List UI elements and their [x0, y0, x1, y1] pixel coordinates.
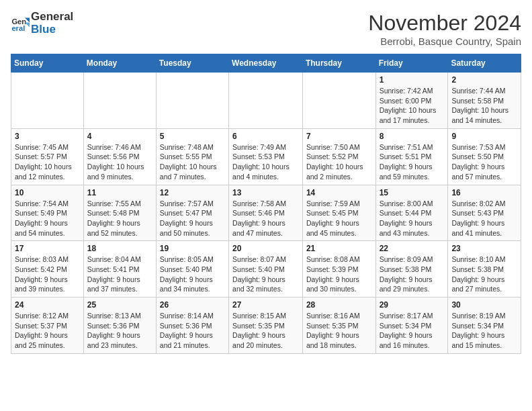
day-number: 11: [87, 188, 152, 197]
day-cell: 21Sunrise: 8:08 AM Sunset: 5:39 PM Dayli…: [302, 241, 375, 298]
day-info: Sunrise: 8:12 AM Sunset: 5:37 PM Dayligh…: [15, 311, 80, 351]
header-tuesday: Tuesday: [156, 54, 228, 73]
day-cell: 24Sunrise: 8:12 AM Sunset: 5:37 PM Dayli…: [11, 298, 84, 354]
day-info: Sunrise: 8:00 AM Sunset: 5:44 PM Dayligh…: [380, 199, 445, 238]
week-row-3: 17Sunrise: 8:03 AM Sunset: 5:42 PM Dayli…: [11, 241, 521, 298]
day-info: Sunrise: 8:19 AM Sunset: 5:34 PM Dayligh…: [451, 311, 517, 351]
day-number: 3: [15, 132, 80, 141]
day-number: 7: [306, 132, 372, 141]
day-cell: 28Sunrise: 8:16 AM Sunset: 5:35 PM Dayli…: [302, 298, 375, 354]
day-cell: 14Sunrise: 7:59 AM Sunset: 5:45 PM Dayli…: [302, 185, 375, 241]
header-thursday: Thursday: [302, 54, 375, 73]
day-info: Sunrise: 7:53 AM Sunset: 5:50 PM Dayligh…: [451, 142, 517, 182]
header-friday: Friday: [375, 54, 448, 73]
day-info: Sunrise: 8:09 AM Sunset: 5:38 PM Dayligh…: [380, 255, 445, 294]
week-row-2: 10Sunrise: 7:54 AM Sunset: 5:49 PM Dayli…: [11, 185, 521, 241]
day-info: Sunrise: 7:50 AM Sunset: 5:52 PM Dayligh…: [306, 142, 372, 182]
day-info: Sunrise: 8:02 AM Sunset: 5:43 PM Dayligh…: [451, 199, 517, 238]
day-number: 16: [451, 188, 517, 197]
day-cell: 15Sunrise: 8:00 AM Sunset: 5:44 PM Dayli…: [375, 185, 448, 241]
day-cell: 20Sunrise: 8:07 AM Sunset: 5:40 PM Dayli…: [229, 241, 303, 298]
day-info: Sunrise: 7:51 AM Sunset: 5:51 PM Dayligh…: [380, 142, 445, 182]
day-info: Sunrise: 7:42 AM Sunset: 6:00 PM Dayligh…: [380, 86, 445, 126]
day-number: 13: [232, 188, 299, 197]
header-wednesday: Wednesday: [229, 54, 303, 73]
day-cell: [83, 73, 156, 129]
day-cell: 10Sunrise: 7:54 AM Sunset: 5:49 PM Dayli…: [11, 185, 84, 241]
day-number: 20: [232, 244, 299, 253]
month-title: November 2024: [368, 11, 521, 36]
day-number: 24: [15, 300, 80, 310]
day-number: 28: [306, 300, 372, 310]
day-cell: 3Sunrise: 7:45 AM Sunset: 5:57 PM Daylig…: [11, 128, 84, 185]
day-number: 26: [160, 300, 225, 310]
day-number: 23: [451, 244, 517, 253]
day-info: Sunrise: 8:05 AM Sunset: 5:40 PM Dayligh…: [160, 255, 225, 294]
day-cell: 5Sunrise: 7:48 AM Sunset: 5:55 PM Daylig…: [156, 128, 228, 185]
day-number: 8: [380, 132, 445, 141]
day-number: 21: [306, 244, 372, 253]
day-info: Sunrise: 7:48 AM Sunset: 5:55 PM Dayligh…: [160, 142, 225, 182]
page-header: Gen eral General Blue November 2024 Berr…: [11, 11, 521, 47]
day-cell: 17Sunrise: 8:03 AM Sunset: 5:42 PM Dayli…: [11, 241, 84, 298]
day-cell: 19Sunrise: 8:05 AM Sunset: 5:40 PM Dayli…: [156, 241, 228, 298]
day-info: Sunrise: 8:13 AM Sunset: 5:36 PM Dayligh…: [87, 311, 152, 351]
day-number: 4: [87, 132, 152, 141]
day-cell: 6Sunrise: 7:49 AM Sunset: 5:53 PM Daylig…: [229, 128, 303, 185]
day-cell: 25Sunrise: 8:13 AM Sunset: 5:36 PM Dayli…: [83, 298, 156, 354]
day-info: Sunrise: 7:59 AM Sunset: 5:45 PM Dayligh…: [306, 199, 372, 238]
day-number: 22: [380, 244, 445, 253]
day-number: 30: [451, 300, 517, 310]
day-number: 17: [15, 244, 80, 253]
day-number: 19: [160, 244, 225, 253]
day-info: Sunrise: 8:17 AM Sunset: 5:34 PM Dayligh…: [380, 311, 445, 351]
day-info: Sunrise: 7:45 AM Sunset: 5:57 PM Dayligh…: [15, 142, 80, 182]
day-number: 6: [232, 132, 299, 141]
day-info: Sunrise: 8:15 AM Sunset: 5:35 PM Dayligh…: [232, 311, 299, 351]
day-info: Sunrise: 8:10 AM Sunset: 5:38 PM Dayligh…: [451, 255, 517, 294]
day-cell: [229, 73, 303, 129]
day-number: 9: [451, 132, 517, 141]
day-cell: 12Sunrise: 7:57 AM Sunset: 5:47 PM Dayli…: [156, 185, 228, 241]
day-cell: 8Sunrise: 7:51 AM Sunset: 5:51 PM Daylig…: [375, 128, 448, 185]
day-cell: 26Sunrise: 8:14 AM Sunset: 5:36 PM Dayli…: [156, 298, 228, 354]
day-number: 2: [451, 75, 517, 85]
day-cell: 2Sunrise: 7:44 AM Sunset: 5:58 PM Daylig…: [448, 73, 521, 129]
day-number: 15: [380, 188, 445, 197]
day-cell: 13Sunrise: 7:58 AM Sunset: 5:46 PM Dayli…: [229, 185, 303, 241]
day-info: Sunrise: 7:57 AM Sunset: 5:47 PM Dayligh…: [160, 199, 225, 238]
day-number: 25: [87, 300, 152, 310]
day-info: Sunrise: 8:07 AM Sunset: 5:40 PM Dayligh…: [232, 255, 299, 294]
day-cell: 29Sunrise: 8:17 AM Sunset: 5:34 PM Dayli…: [375, 298, 448, 354]
day-info: Sunrise: 7:54 AM Sunset: 5:49 PM Dayligh…: [15, 199, 80, 238]
day-cell: 1Sunrise: 7:42 AM Sunset: 6:00 PM Daylig…: [375, 73, 448, 129]
day-cell: [11, 73, 84, 129]
day-cell: 30Sunrise: 8:19 AM Sunset: 5:34 PM Dayli…: [448, 298, 521, 354]
calendar-header-row: SundayMondayTuesdayWednesdayThursdayFrid…: [11, 54, 521, 73]
header-monday: Monday: [83, 54, 156, 73]
day-cell: [156, 73, 228, 129]
day-info: Sunrise: 7:55 AM Sunset: 5:48 PM Dayligh…: [87, 199, 152, 238]
day-info: Sunrise: 8:08 AM Sunset: 5:39 PM Dayligh…: [306, 255, 372, 294]
week-row-4: 24Sunrise: 8:12 AM Sunset: 5:37 PM Dayli…: [11, 298, 521, 354]
subtitle: Berrobi, Basque Country, Spain: [368, 36, 521, 47]
calendar-body: 1Sunrise: 7:42 AM Sunset: 6:00 PM Daylig…: [11, 73, 521, 354]
logo: Gen eral General Blue: [11, 11, 73, 36]
day-info: Sunrise: 7:46 AM Sunset: 5:56 PM Dayligh…: [87, 142, 152, 182]
title-area: November 2024 Berrobi, Basque Country, S…: [368, 11, 521, 47]
day-info: Sunrise: 8:04 AM Sunset: 5:41 PM Dayligh…: [87, 255, 152, 294]
day-info: Sunrise: 8:03 AM Sunset: 5:42 PM Dayligh…: [15, 255, 80, 294]
day-cell: 16Sunrise: 8:02 AM Sunset: 5:43 PM Dayli…: [448, 185, 521, 241]
day-number: 1: [380, 75, 445, 85]
day-info: Sunrise: 7:49 AM Sunset: 5:53 PM Dayligh…: [232, 142, 299, 182]
day-cell: 4Sunrise: 7:46 AM Sunset: 5:56 PM Daylig…: [83, 128, 156, 185]
day-number: 18: [87, 244, 152, 253]
day-number: 5: [160, 132, 225, 141]
day-cell: 18Sunrise: 8:04 AM Sunset: 5:41 PM Dayli…: [83, 241, 156, 298]
week-row-1: 3Sunrise: 7:45 AM Sunset: 5:57 PM Daylig…: [11, 128, 521, 185]
svg-text:eral: eral: [11, 24, 25, 32]
day-number: 29: [380, 300, 445, 310]
day-cell: 11Sunrise: 7:55 AM Sunset: 5:48 PM Dayli…: [83, 185, 156, 241]
day-cell: 23Sunrise: 8:10 AM Sunset: 5:38 PM Dayli…: [448, 241, 521, 298]
day-number: 10: [15, 188, 80, 197]
